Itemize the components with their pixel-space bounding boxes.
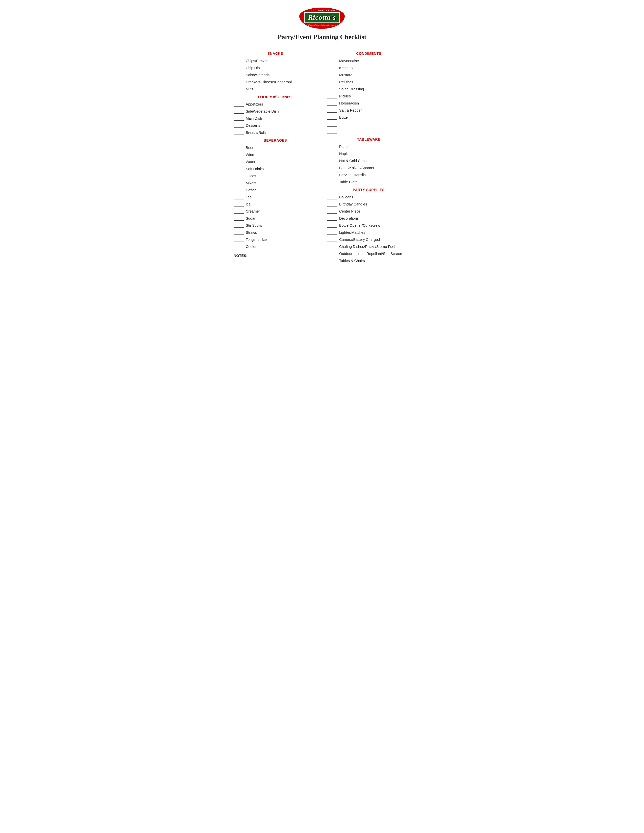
- list-item: Camera/Battery Charged: [327, 236, 411, 242]
- list-item: Pickles: [327, 93, 411, 98]
- notes-label: NOTES:: [233, 254, 248, 258]
- check-line: [327, 234, 337, 235]
- item-label: Birthday Candles: [339, 202, 367, 206]
- check-line: [233, 213, 244, 214]
- logo-area: FOOD THAT TALKS Ricotta's Pizza, Pasta, …: [233, 8, 411, 29]
- item-label: Main Dish: [246, 116, 262, 121]
- party-supplies-list: Balloons Birthday Candles Center Piece D…: [327, 194, 411, 263]
- logo-name: Ricotta's: [308, 13, 336, 21]
- item-label: Lighter/Matches: [339, 230, 365, 235]
- list-item: Tongs for Ice: [233, 236, 317, 242]
- item-label: Water: [246, 160, 255, 164]
- list-item: Outdoor - Insect Repellant/Sun Screen: [327, 251, 411, 256]
- list-item: Tea: [233, 194, 317, 199]
- check-line: [233, 170, 244, 171]
- check-line: [327, 156, 337, 156]
- check-line: [233, 113, 244, 114]
- item-label: Stir Sticks: [246, 224, 262, 228]
- item-label: Outdoor - Insect Repellant/Sun Screen: [339, 252, 402, 256]
- check-line: [233, 185, 244, 185]
- logo-inner: Ricotta's: [304, 12, 340, 23]
- section-title-snacks: SNACKS: [233, 51, 317, 56]
- check-line: [233, 91, 244, 92]
- item-label: Decorations: [339, 216, 359, 220]
- list-item: Decorations: [327, 215, 411, 220]
- list-item: Serving Utensils: [327, 172, 411, 177]
- list-item: Sugar: [233, 215, 317, 220]
- item-label: Side/Vegetable Dish: [246, 109, 279, 114]
- item-label: Straws: [246, 230, 257, 235]
- check-line: [327, 98, 337, 98]
- right-column: CONDIMENTS Mayonnaise Ketchup Mustard Re…: [327, 48, 411, 265]
- item-label: Forks/Knives/Spoons: [339, 166, 374, 170]
- check-line: [327, 70, 337, 70]
- item-label: Plates: [339, 145, 349, 149]
- list-item: Mixers: [233, 180, 317, 185]
- item-label: Beer: [246, 146, 254, 150]
- list-item: Crackers/Cheese/Pepperoni: [233, 79, 317, 84]
- list-item: Appetizers: [233, 101, 317, 106]
- left-column: SNACKS Chips/Pretzels Chip Dip Salsa/Spr…: [233, 48, 317, 258]
- list-item: Salt & Pepper: [327, 107, 411, 113]
- list-item: Straws: [233, 229, 317, 235]
- section-title-tableware: TABLEWARE: [327, 137, 411, 142]
- check-line: [327, 256, 337, 256]
- check-line: [327, 105, 337, 106]
- item-label: Crackers/Cheese/Pepperoni: [246, 80, 292, 84]
- check-line: [327, 84, 337, 84]
- check-line: [233, 127, 244, 128]
- list-item: Birthday Candles: [327, 201, 411, 206]
- list-item: Bottle Opener/Corkscrew: [327, 222, 411, 228]
- list-item: Cooler: [233, 243, 317, 249]
- list-item: Table Cloth: [327, 179, 411, 184]
- list-item: Ketchup: [327, 64, 411, 70]
- check-line: [327, 148, 337, 149]
- item-label: Salsa/Spreads: [246, 73, 269, 77]
- list-item: Stir Sticks: [233, 222, 317, 228]
- check-line: [233, 192, 244, 192]
- check-line: [233, 199, 244, 199]
- item-label: Chips/Pretzels: [246, 59, 269, 63]
- item-label: Camera/Battery Charged: [339, 238, 380, 242]
- list-item: Soft Drinks: [233, 166, 317, 171]
- condiments-list: Mayonnaise Ketchup Mustard Relishes Sala…: [327, 58, 411, 134]
- list-item: Salsa/Spreads: [233, 72, 317, 77]
- check-line: [233, 227, 244, 228]
- check-line: [327, 170, 337, 170]
- list-item: Forks/Knives/Spoons: [327, 165, 411, 170]
- columns: SNACKS Chips/Pretzels Chip Dip Salsa/Spr…: [233, 48, 411, 265]
- check-line: [233, 234, 244, 235]
- snacks-list: Chips/Pretzels Chip Dip Salsa/Spreads Cr…: [233, 58, 317, 92]
- item-label: Desserts: [246, 124, 260, 128]
- list-item: Water: [233, 159, 317, 164]
- list-item: Juices: [233, 173, 317, 178]
- check-line: [233, 120, 244, 121]
- list-item: Lighter/Matches: [327, 229, 411, 235]
- section-title-condiments: CONDIMENTS: [327, 51, 411, 56]
- item-label: Pickles: [339, 94, 351, 98]
- check-line: [233, 241, 244, 242]
- item-label: Cooler: [246, 244, 257, 249]
- list-item: Main Dish: [233, 115, 317, 121]
- list-item: Hot & Cold Cups: [327, 158, 411, 163]
- item-label: Mixers: [246, 181, 257, 185]
- beverages-list: Beer Wine Water Soft Drinks Juices Mixer…: [233, 145, 317, 249]
- list-item: Butter: [327, 114, 411, 120]
- list-item: Breads/Rolls: [233, 129, 317, 135]
- item-label: Tables & Chairs: [339, 259, 365, 263]
- item-label: Ketchup: [339, 66, 353, 70]
- check-line: [233, 220, 244, 220]
- list-item: Wine: [233, 151, 317, 157]
- section-title-beverages: BEVERAGES: [233, 138, 317, 142]
- check-line: [327, 119, 337, 120]
- blank-line: [327, 128, 411, 134]
- check-line: [233, 77, 244, 77]
- food-list: Appetizers Side/Vegetable Dish Main Dish…: [233, 101, 317, 135]
- list-item: Beer: [233, 145, 317, 150]
- item-label: Tea: [246, 195, 251, 199]
- item-label: Center Piece: [339, 209, 361, 214]
- logo-outer: FOOD THAT TALKS Ricotta's Pizza, Pasta, …: [299, 8, 345, 29]
- list-item: Coffee: [233, 187, 317, 192]
- check-line: [327, 227, 337, 228]
- list-item: Nuts: [233, 86, 317, 92]
